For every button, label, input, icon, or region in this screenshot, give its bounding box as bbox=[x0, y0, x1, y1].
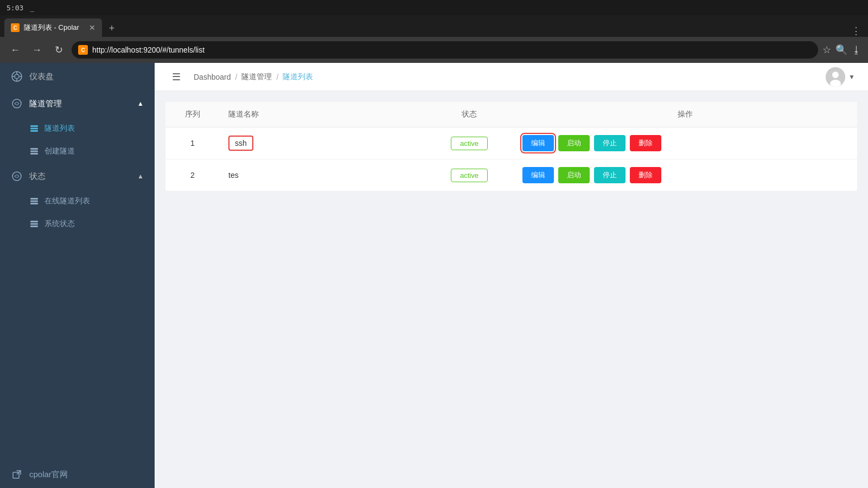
new-tab-button[interactable]: + bbox=[104, 21, 119, 36]
row2-ops-container: 编辑 启动 停止 删除 bbox=[521, 167, 848, 183]
sidebar-item-system-status[interactable]: 系统状态 bbox=[0, 213, 155, 235]
breadcrumb-sep-1: / bbox=[235, 73, 238, 81]
breadcrumb-current: 隧道列表 bbox=[283, 72, 313, 82]
svg-point-6 bbox=[12, 99, 21, 108]
bookmark-icon[interactable]: ☆ bbox=[822, 44, 831, 56]
forward-button[interactable]: → bbox=[28, 41, 46, 59]
svg-rect-12 bbox=[30, 153, 38, 155]
tunnel-list-icon bbox=[29, 124, 39, 133]
row2-start-button[interactable]: 启动 bbox=[558, 167, 590, 183]
sidebar-item-official-site[interactable]: cpolar官网 bbox=[0, 461, 155, 488]
tunnel-list-label: 隧道列表 bbox=[44, 124, 75, 133]
reload-button[interactable]: ↻ bbox=[50, 41, 67, 59]
sidebar-item-dashboard[interactable]: 仪表盘 bbox=[0, 63, 155, 90]
svg-rect-15 bbox=[30, 201, 38, 202]
row1-stop-button[interactable]: 停止 bbox=[594, 135, 626, 151]
svg-point-1 bbox=[15, 74, 19, 79]
row2-status-badge: active bbox=[451, 169, 488, 182]
breadcrumb-home: Dashboard bbox=[194, 73, 231, 81]
status-icon bbox=[11, 170, 23, 182]
external-link-icon bbox=[11, 468, 23, 480]
online-tunnels-label: 在线隧道列表 bbox=[44, 196, 90, 206]
row1-name-highlighted: ssh bbox=[228, 136, 253, 151]
main-layout: 仪表盘 隧道管理 ▲ 隧道列表 bbox=[0, 63, 868, 488]
sidebar-item-online-tunnels[interactable]: 在线隧道列表 bbox=[0, 190, 155, 213]
user-dropdown-caret[interactable]: ▼ bbox=[848, 73, 855, 81]
browser-menu-button[interactable]: ⋮ bbox=[851, 25, 868, 37]
row2-stop-button[interactable]: 停止 bbox=[594, 167, 626, 183]
col-header-name: 隧道名称 bbox=[220, 102, 426, 127]
status-prompt: _ bbox=[25, 4, 34, 12]
svg-rect-16 bbox=[30, 203, 38, 204]
row2-name-cell: tes bbox=[220, 159, 426, 191]
status-bar: 5:03 _ bbox=[0, 0, 868, 15]
hamburger-menu-icon[interactable]: ☰ bbox=[168, 68, 185, 86]
table-row: 1 ssh active 编辑 启动 停止 删除 bbox=[165, 127, 857, 159]
tab-favicon: C bbox=[11, 23, 20, 32]
row1-delete-button[interactable]: 删除 bbox=[630, 135, 661, 151]
row1-status-badge: active bbox=[451, 137, 488, 150]
content-area: ☰ Dashboard / 隧道管理 / 隧道列表 ▼ bbox=[155, 63, 868, 488]
site-favicon: C bbox=[78, 45, 88, 55]
svg-rect-9 bbox=[30, 130, 38, 132]
row2-edit-button[interactable]: 编辑 bbox=[522, 167, 554, 183]
tunnel-table-container: 序列 隧道名称 状态 操作 1 ssh active bbox=[165, 102, 857, 191]
row1-status-cell: active bbox=[426, 127, 513, 159]
tab-close-button[interactable]: ✕ bbox=[89, 23, 95, 32]
user-avatar[interactable] bbox=[826, 67, 845, 87]
col-header-index: 序列 bbox=[165, 102, 220, 127]
svg-rect-14 bbox=[30, 198, 38, 200]
url-text: http://localhost:9200/#/tunnels/list bbox=[92, 46, 205, 54]
search-icon[interactable]: 🔍 bbox=[835, 44, 847, 56]
create-tunnel-label: 创建隧道 bbox=[44, 146, 75, 156]
row2-delete-button[interactable]: 删除 bbox=[630, 167, 661, 183]
sidebar-item-status[interactable]: 状态 ▲ bbox=[0, 163, 155, 190]
back-button[interactable]: ← bbox=[7, 41, 24, 59]
dashboard-icon bbox=[11, 70, 23, 82]
row1-index: 1 bbox=[165, 127, 220, 159]
row2-ops-cell: 编辑 启动 停止 删除 bbox=[513, 159, 857, 191]
breadcrumb-section: 隧道管理 bbox=[241, 72, 272, 82]
tab-title: 隧道列表 - Cpolar bbox=[24, 23, 79, 33]
sidebar-item-create-tunnel[interactable]: 创建隧道 bbox=[0, 140, 155, 163]
sidebar-item-tunnel-mgmt[interactable]: 隧道管理 ▲ bbox=[0, 90, 155, 117]
row1-edit-button[interactable]: 编辑 bbox=[522, 135, 554, 151]
official-site-label: cpolar官网 bbox=[29, 470, 68, 480]
svg-rect-7 bbox=[30, 125, 38, 127]
col-header-ops: 操作 bbox=[513, 102, 857, 127]
breadcrumb-sep-2: / bbox=[276, 73, 278, 81]
row1-ops-container: 编辑 启动 停止 删除 bbox=[521, 135, 848, 151]
system-status-label: 系统状态 bbox=[44, 219, 75, 229]
browser-chrome: C 隧道列表 - Cpolar ✕ + ⋮ ← → ↻ C http://loc… bbox=[0, 15, 868, 63]
sidebar: 仪表盘 隧道管理 ▲ 隧道列表 bbox=[0, 63, 155, 488]
svg-rect-10 bbox=[30, 148, 38, 150]
row1-name-cell: ssh bbox=[220, 127, 426, 159]
svg-rect-11 bbox=[30, 151, 38, 152]
status-chevron: ▲ bbox=[137, 172, 144, 180]
tunnel-mgmt-chevron: ▲ bbox=[137, 100, 144, 107]
svg-rect-17 bbox=[30, 221, 38, 222]
row2-index: 2 bbox=[165, 159, 220, 191]
tab-bar: C 隧道列表 - Cpolar ✕ + ⋮ bbox=[0, 15, 868, 37]
online-tunnels-icon bbox=[29, 196, 39, 206]
row2-name: tes bbox=[228, 171, 239, 179]
row1-ops-cell: 编辑 启动 停止 删除 bbox=[513, 127, 857, 159]
address-bar[interactable]: C http://localhost:9200/#/tunnels/list bbox=[72, 41, 818, 59]
create-tunnel-icon bbox=[29, 146, 39, 156]
breadcrumb: Dashboard / 隧道管理 / 隧道列表 bbox=[194, 72, 313, 82]
download-icon[interactable]: ⭳ bbox=[852, 44, 861, 56]
svg-point-13 bbox=[12, 172, 21, 181]
active-tab[interactable]: C 隧道列表 - Cpolar ✕ bbox=[4, 18, 102, 37]
dashboard-label: 仪表盘 bbox=[29, 72, 54, 82]
tunnel-table: 序列 隧道名称 状态 操作 1 ssh active bbox=[165, 102, 857, 191]
svg-rect-19 bbox=[30, 226, 38, 227]
browser-actions: ☆ 🔍 ⭳ bbox=[822, 44, 861, 56]
svg-rect-8 bbox=[30, 128, 38, 130]
row1-start-button[interactable]: 启动 bbox=[558, 135, 590, 151]
status-time: 5:03 bbox=[7, 4, 23, 12]
sidebar-item-tunnel-list[interactable]: 隧道列表 bbox=[0, 117, 155, 140]
svg-point-23 bbox=[832, 72, 839, 78]
tunnel-mgmt-label: 隧道管理 bbox=[29, 99, 62, 109]
tunnel-mgmt-icon bbox=[11, 98, 23, 110]
system-status-icon bbox=[29, 219, 39, 229]
